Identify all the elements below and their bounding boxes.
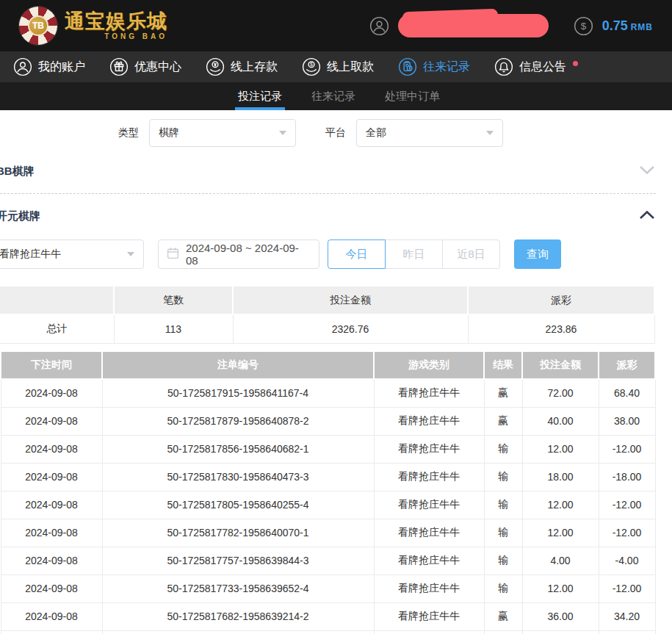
brand-subtitle: TONG BAO: [65, 32, 167, 40]
bet-records-table: 下注时间 注单编号 游戏类别 结果 投注金额 派彩 2024-09-08 50-…: [0, 350, 656, 634]
nav-label: 我的账户: [38, 60, 85, 75]
payout-cell: 68.40: [599, 379, 655, 407]
table-row: 2024-09-08 50-1725817830-1958640473-3 看牌…: [1, 463, 655, 491]
bet-time-cell: 2024-09-08: [1, 519, 102, 547]
payout-cell: -4.00: [599, 547, 655, 574]
nav-withdraw[interactable]: $ 线上取款: [302, 57, 374, 76]
bet-amount-cell: 72.00: [522, 379, 599, 407]
order-id-cell: 50-1725817757-1958639844-3: [102, 547, 374, 574]
chevron-down-icon[interactable]: [638, 165, 656, 179]
result-cell: 赢: [484, 379, 522, 407]
account-area: $ 0.75 RMB: [369, 14, 653, 37]
bet-time-cell: 2024-09-08: [1, 574, 102, 602]
summary-total-label: 总计: [0, 314, 114, 343]
top-header: TB 通宝娱乐城 TONG BAO $ 0.75: [0, 0, 672, 51]
header-order-id: 注单编号: [102, 351, 374, 379]
order-id-cell: 50-1725817782-1958640070-1: [102, 519, 374, 547]
game-type-cell: 看牌抢庄牛牛: [374, 379, 484, 407]
game-type-cell: 看牌抢庄牛牛: [374, 574, 484, 602]
payout-cell: -12.00: [599, 574, 655, 602]
partial-row: [1, 630, 655, 634]
brand-text: 通宝娱乐城 TONG BAO: [65, 11, 167, 40]
bet-time-cell: 2024-09-08: [1, 379, 102, 407]
header-bet-time: 下注时间: [1, 351, 102, 379]
nav-deposit[interactable]: 线上存款: [206, 57, 278, 76]
brand-name: 通宝娱乐城: [65, 11, 167, 32]
date-range-input[interactable]: 2024-09-08 ~ 2024-09-08: [158, 239, 319, 269]
payout-cell: 34.20: [599, 602, 655, 630]
summary-header-count: 笔数: [114, 286, 233, 314]
tab-pending-orders[interactable]: 处理中订单: [383, 82, 441, 110]
balance-currency: RMB: [631, 22, 653, 32]
tab-transaction-records[interactable]: 往来记录: [310, 82, 357, 110]
result-cell: 输: [484, 519, 522, 547]
bet-amount-cell: 18.00: [522, 463, 599, 491]
query-controls: 看牌抢庄牛牛 2024-09-08 ~ 2024-09-08 今日 昨日 近8日…: [0, 239, 672, 269]
bell-icon: [494, 57, 513, 76]
order-id-cell: 50-1725817856-1958640682-1: [102, 435, 374, 463]
table-row: 2024-09-08 50-1725817757-1958639844-3 看牌…: [1, 547, 655, 574]
game-type-cell: 看牌抢庄牛牛: [374, 407, 484, 435]
summary-header-payout: 派彩: [468, 286, 654, 314]
section-bb-chess[interactable]: BB棋牌: [0, 165, 656, 179]
last-8-days-button[interactable]: 近8日: [442, 239, 500, 269]
game-type-cell: 看牌抢庄牛牛: [374, 491, 484, 519]
section-kaiyuan-chess[interactable]: 开元棋牌: [0, 209, 656, 223]
search-button[interactable]: 查询: [514, 239, 561, 269]
nav-label: 线上存款: [231, 60, 278, 75]
yesterday-button[interactable]: 昨日: [385, 239, 443, 269]
withdraw-icon: $: [302, 57, 321, 76]
bet-time-cell: 2024-09-08: [1, 547, 102, 574]
table-row: 2024-09-08 50-1725817915-1958641167-4 看牌…: [1, 379, 655, 407]
nav-promotions[interactable]: 优惠中心: [109, 57, 181, 76]
result-cell: 赢: [484, 407, 522, 435]
order-id-cell: 50-1725817915-1958641167-4: [102, 379, 374, 407]
user-icon: [13, 57, 32, 76]
nav-my-account[interactable]: 我的账户: [13, 57, 85, 76]
nav-announcements[interactable]: 信息公告: [494, 57, 578, 76]
bet-time-cell: 2024-09-08: [1, 407, 102, 435]
bet-amount-cell: 36.00: [522, 602, 599, 630]
tab-bet-records[interactable]: 投注记录: [236, 82, 283, 110]
platform-select[interactable]: 全部: [356, 119, 503, 147]
payout-cell: 38.00: [599, 407, 655, 435]
summary-header-bet-amount: 投注金额: [233, 286, 468, 314]
balance-display: 0.75 RMB: [602, 18, 653, 34]
game-select[interactable]: 看牌抢庄牛牛: [0, 239, 144, 269]
nav-transaction-records[interactable]: 往来记录: [398, 57, 470, 76]
order-id-cell: 50-1725817733-1958639652-4: [102, 574, 374, 602]
payout-cell: -18.00: [599, 463, 655, 491]
nav-label: 往来记录: [423, 60, 470, 75]
table-row: 2024-09-08 50-1725817682-1958639214-2 看牌…: [1, 602, 655, 630]
type-select[interactable]: 棋牌: [149, 119, 296, 147]
payout-cell: -12.00: [599, 435, 655, 463]
balance-amount: 0.75: [602, 18, 628, 34]
chevron-up-icon[interactable]: [638, 209, 656, 223]
page: TB 通宝娱乐城 TONG BAO $ 0.75: [0, 0, 672, 634]
brand-logo[interactable]: TB 通宝娱乐城 TONG BAO: [19, 7, 167, 45]
chevron-down-icon: [279, 131, 286, 135]
date-range-value: 2024-09-08 ~ 2024-09-08: [186, 242, 311, 267]
summary-table: 笔数 投注金额 派彩 总计 113 2326.76 223.86: [0, 285, 655, 344]
bet-time-cell: 2024-09-08: [1, 491, 102, 519]
summary-header-blank: [0, 286, 114, 314]
nav-label: 信息公告: [519, 60, 566, 75]
result-cell: 输: [484, 547, 522, 574]
redacted-username: [398, 14, 549, 37]
platform-filter-label: 平台: [325, 126, 346, 140]
bet-time-cell: 2024-09-08: [1, 602, 102, 630]
user-avatar-icon[interactable]: [369, 16, 389, 36]
payout-cell: -12.00: [599, 491, 655, 519]
header-result: 结果: [484, 351, 522, 379]
records-icon: [398, 57, 417, 76]
game-type-cell: 看牌抢庄牛牛: [374, 435, 484, 463]
type-filter-label: 类型: [118, 126, 139, 140]
header-payout: 派彩: [599, 351, 655, 379]
today-button[interactable]: 今日: [328, 239, 386, 269]
summary-bet-total-value: 2326.76: [233, 314, 468, 343]
game-type-cell: 看牌抢庄牛牛: [374, 463, 484, 491]
result-cell: 输: [484, 491, 522, 519]
svg-text:$: $: [310, 62, 313, 67]
result-cell: 输: [484, 435, 522, 463]
money-icon: $: [574, 16, 593, 36]
